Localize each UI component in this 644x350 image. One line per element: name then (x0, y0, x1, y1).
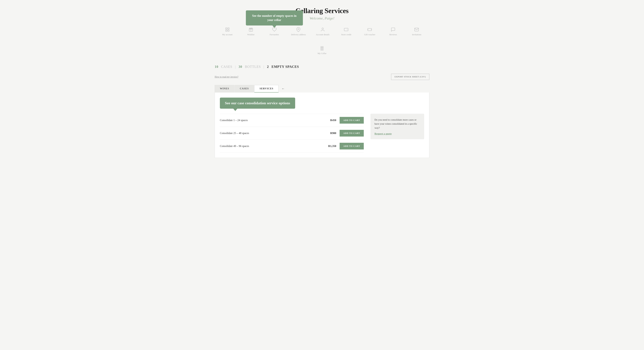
tab-cases[interactable]: CASES (234, 85, 254, 93)
add-to-cart-btn-3[interactable]: ADD TO CART (340, 143, 364, 149)
service-price-1: R450 (323, 119, 336, 122)
export-button[interactable]: EXPORT STOCK SHEET (CSV) (391, 74, 429, 80)
service-price-2: R900 (323, 132, 336, 135)
nav-label: Invitations (412, 33, 422, 36)
nav-label: My Cellar (318, 52, 326, 55)
action-row: How to read my invoice? EXPORT STOCK SHE… (215, 74, 429, 80)
nav-item-wishlist[interactable]: Wishlist (244, 27, 258, 36)
request-quote-link[interactable]: Request a quote (374, 132, 392, 135)
nav-item-reviews[interactable]: Reviews (386, 27, 400, 36)
nav-label: Account details (316, 33, 330, 36)
svg-rect-0 (226, 28, 227, 29)
nav-item-favourites[interactable]: See the number of empty spaces in your c… (268, 27, 281, 36)
tabs: WINES CASES SERVICES ← (215, 85, 429, 93)
bottles-count: 30 (238, 65, 242, 69)
cellar-tooltip: See the number of empty spaces in your c… (246, 11, 303, 26)
side-box-text: Do you need to consolidate more cases or… (374, 118, 420, 130)
empty-count: 2 (267, 65, 269, 69)
svg-rect-2 (226, 30, 227, 31)
cases-count: 10 (215, 65, 218, 69)
tab-content-services: See our case consolidation service optio… (215, 93, 429, 158)
gift-icon (248, 27, 253, 32)
service-name-1: Consolidate 1 – 24 spaces (220, 119, 248, 122)
nav-label: Delivery address (291, 33, 306, 36)
nav-label: Favourites (270, 33, 279, 36)
service-row-2: Consolidate 25 – 48 spaces R900 ADD TO C… (220, 127, 364, 140)
nav-item-account-details[interactable]: Account details (316, 27, 330, 36)
tab-wines[interactable]: WINES (215, 85, 234, 93)
pin-icon (296, 27, 301, 32)
services-table: Consolidate 1 – 24 spaces R450 ADD TO CA… (220, 114, 364, 153)
nav-label: Gift voucher (364, 33, 375, 36)
grid-icon (225, 27, 230, 32)
services-tooltip-wrapper: See our case consolidation service optio… (220, 98, 295, 109)
nav-item-my-account[interactable]: My account (221, 27, 234, 36)
cases-label: CASES (221, 65, 232, 69)
service-name-2: Consolidate 25 – 48 spaces (220, 132, 249, 135)
service-row-3: Consolidate 49 – 96 spaces R1,350 ADD TO… (220, 140, 364, 153)
tab-arrow: ← (279, 85, 287, 93)
empty-label: EMPTY SPACES (272, 65, 299, 69)
wallet-icon (344, 27, 348, 32)
nav-label: My account (222, 33, 232, 36)
nav-item-delivery[interactable]: Delivery address (291, 27, 306, 36)
service-price-3: R1,350 (323, 145, 336, 148)
nav-item-invitations[interactable]: Invitations (410, 27, 423, 36)
nav-item-gift-voucher[interactable]: Gift voucher (363, 27, 376, 36)
tab-services[interactable]: SERVICES (254, 85, 278, 93)
side-box: Do you need to consolidate more cases or… (370, 114, 424, 139)
svg-rect-3 (228, 30, 229, 31)
voucher-icon (367, 27, 372, 32)
add-to-cart-btn-2[interactable]: ADD TO CART (340, 130, 364, 136)
nav-label: Store credit (341, 33, 351, 36)
stats-row: 10 CASES | 30 BOTTLES | 2 EMPTY SPACES (215, 65, 429, 69)
svg-rect-8 (344, 28, 348, 31)
service-name-3: Consolidate 49 – 96 spaces (220, 145, 249, 148)
svg-rect-13 (322, 46, 323, 50)
svg-point-6 (298, 29, 299, 30)
nav-label: Wishlist (247, 33, 254, 36)
chat-icon (391, 27, 396, 32)
services-layout: Consolidate 1 – 24 spaces R450 ADD TO CA… (220, 114, 424, 153)
nav-item-my-cellar[interactable]: My Cellar (315, 46, 329, 55)
services-tooltip: See our case consolidation service optio… (220, 98, 295, 109)
bottles-label: BOTTLES (245, 65, 261, 69)
service-row-1: Consolidate 1 – 24 spaces R450 ADD TO CA… (220, 114, 364, 127)
nav-label: Reviews (390, 33, 397, 36)
add-to-cart-btn-1[interactable]: ADD TO CART (340, 117, 364, 124)
nav-icons: My account Wishlist See the number of em… (215, 27, 429, 55)
user-icon (320, 27, 325, 32)
nav-item-store-credit[interactable]: Store credit (340, 27, 353, 36)
envelope-icon (414, 27, 419, 32)
svg-rect-1 (228, 28, 229, 29)
heart-icon (272, 27, 277, 32)
svg-rect-12 (321, 46, 322, 50)
svg-point-7 (322, 28, 323, 29)
invoice-link[interactable]: How to read my invoice? (215, 76, 238, 78)
bottles-icon (320, 46, 324, 51)
